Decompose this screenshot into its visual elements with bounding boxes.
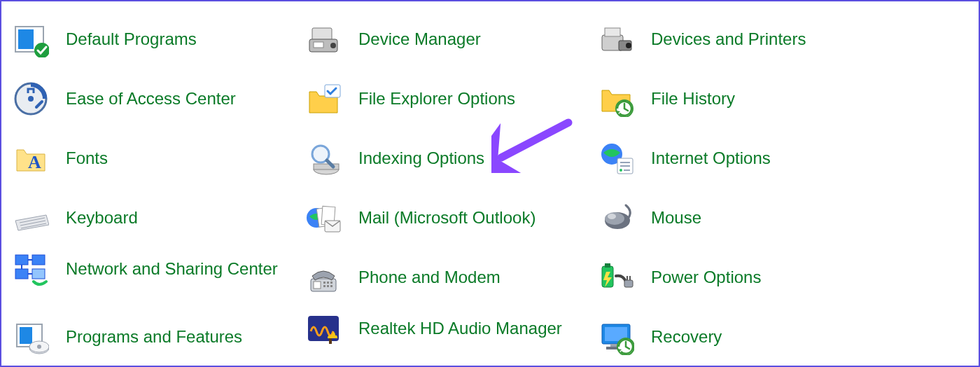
file-history-icon xyxy=(596,79,636,118)
ease-of-access-icon xyxy=(11,79,50,118)
control-panel-item-label: File Explorer Options xyxy=(358,89,515,109)
keyboard-icon xyxy=(11,198,50,237)
control-panel-item-keyboard[interactable]: Keyboard xyxy=(11,198,138,237)
control-panel-item-label: Fonts xyxy=(66,148,108,168)
control-panel-item-recovery[interactable]: Recovery xyxy=(596,317,722,356)
devices-and-printers-icon xyxy=(596,20,636,59)
control-panel-item-ease-of-access-center[interactable]: Ease of Access Center xyxy=(11,79,236,118)
control-panel-item-label: Power Options xyxy=(651,268,761,287)
mail-icon xyxy=(304,198,343,237)
control-panel-item-default-programs[interactable]: Default Programs xyxy=(11,20,197,59)
control-panel-item-device-manager[interactable]: Device Manager xyxy=(304,20,481,59)
control-panel-item-label: Internet Options xyxy=(651,148,771,168)
control-panel-item-internet-options[interactable]: Internet Options xyxy=(596,139,771,178)
control-panel-item-network-and-sharing-center[interactable]: Network and Sharing Center xyxy=(11,249,278,289)
default-programs-icon xyxy=(11,20,50,59)
fonts-icon xyxy=(11,139,50,178)
control-panel-item-label: Default Programs xyxy=(66,29,197,49)
control-panel-item-label: Ease of Access Center xyxy=(66,89,236,109)
control-panel-item-label: Device Manager xyxy=(358,29,481,49)
control-panel-items-grid: Default ProgramsDevice ManagerDevices an… xyxy=(1,1,979,366)
control-panel-item-phone-and-modem[interactable]: Phone and Modem xyxy=(304,258,500,297)
control-panel-item-file-explorer-options[interactable]: File Explorer Options xyxy=(304,79,515,118)
internet-options-icon xyxy=(596,139,636,178)
realtek-audio-icon xyxy=(304,309,343,348)
control-panel-item-label: Mail (Microsoft Outlook) xyxy=(358,208,536,228)
power-options-icon xyxy=(596,258,636,297)
control-panel-item-label: Programs and Features xyxy=(66,327,242,347)
device-manager-icon xyxy=(304,20,343,59)
control-panel-item-file-history[interactable]: File History xyxy=(596,79,735,118)
control-panel-item-mouse[interactable]: Mouse xyxy=(596,198,701,237)
control-panel-item-label: Mouse xyxy=(651,208,701,228)
control-panel-item-mail[interactable]: Mail (Microsoft Outlook) xyxy=(304,198,536,237)
control-panel-item-realtek-hd-audio-manager[interactable]: Realtek HD Audio Manager xyxy=(304,309,562,348)
control-panel-item-fonts[interactable]: Fonts xyxy=(11,139,108,178)
control-panel-item-label: Recovery xyxy=(651,327,722,347)
control-panel-item-label: Phone and Modem xyxy=(358,268,500,287)
control-panel-item-label: Indexing Options xyxy=(358,148,484,168)
control-panel-item-programs-and-features[interactable]: Programs and Features xyxy=(11,317,242,356)
recovery-icon xyxy=(596,317,636,356)
control-panel-item-label: Devices and Printers xyxy=(651,29,806,49)
mouse-icon xyxy=(596,198,636,237)
control-panel-item-devices-and-printers[interactable]: Devices and Printers xyxy=(596,20,806,59)
control-panel-item-label: Realtek HD Audio Manager xyxy=(358,319,562,338)
control-panel-item-label: Keyboard xyxy=(66,208,138,228)
network-sharing-icon xyxy=(11,249,50,289)
file-explorer-options-icon xyxy=(304,79,343,118)
control-panel-item-label: Network and Sharing Center xyxy=(66,259,278,279)
control-panel-window: Default ProgramsDevice ManagerDevices an… xyxy=(0,0,980,367)
indexing-options-icon xyxy=(304,139,343,178)
control-panel-item-indexing-options[interactable]: Indexing Options xyxy=(304,139,484,178)
control-panel-item-label: File History xyxy=(651,89,735,109)
control-panel-item-power-options[interactable]: Power Options xyxy=(596,258,761,297)
programs-features-icon xyxy=(11,317,50,356)
phone-modem-icon xyxy=(304,258,343,297)
